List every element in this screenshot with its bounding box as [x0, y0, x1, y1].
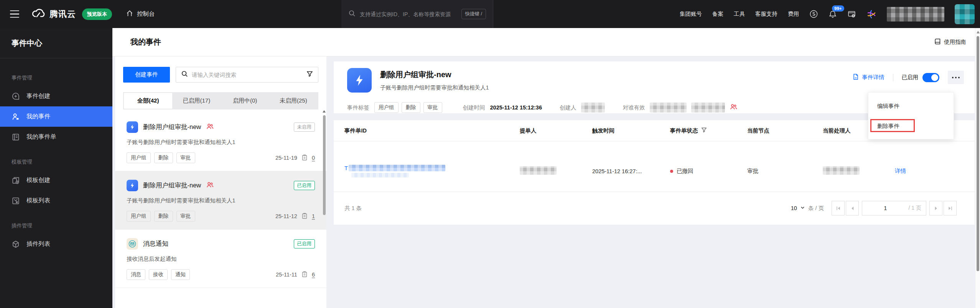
event-tag: 用户组	[127, 152, 151, 163]
ticket-status-cell: 已撤回	[670, 167, 747, 175]
pagination-bar: 共 1 条 10 条 / 页	[334, 192, 975, 224]
current-node-cell: 审批	[747, 167, 823, 175]
ticket-id-cell[interactable]: T	[344, 165, 520, 177]
menu-item-edit-event[interactable]: 编辑事件	[868, 96, 954, 116]
home-icon	[126, 10, 133, 19]
usage-guide-icon	[934, 38, 941, 46]
nav-link-group-account[interactable]: 集团账号	[680, 10, 702, 18]
event-desc: 接收消息后发起通知	[127, 255, 315, 263]
brand-logo[interactable]: 腾讯云	[31, 8, 76, 20]
ai-assistant-icon[interactable]	[866, 9, 876, 19]
filter-funnel-icon[interactable]	[306, 71, 313, 79]
notification-count-badge: 99+	[832, 5, 844, 12]
scrollbar-thumb[interactable]	[977, 36, 979, 271]
nav-link-tools[interactable]: 工具	[734, 10, 745, 18]
enable-toggle[interactable]	[922, 73, 939, 82]
event-tag: 用户组	[127, 211, 151, 222]
tab-enabling[interactable]: 启用中(0)	[221, 93, 269, 109]
keyword-search-box[interactable]	[176, 67, 318, 83]
ticket-id-blurred-line2	[351, 173, 409, 177]
event-list-item[interactable]: 消息通知 已启用 接收消息后发起通知 消息 接收 通知 25-11-11	[115, 230, 326, 288]
first-page-button[interactable]	[832, 201, 845, 215]
list-scrollbar-thumb[interactable]	[323, 115, 326, 215]
last-page-button[interactable]	[944, 201, 957, 215]
message-event-icon	[127, 238, 138, 250]
notification-bell-icon[interactable]: 99+	[828, 10, 837, 18]
event-list-item-selected[interactable]: 删除用户组审批-new 已启用 子账号删除用户组时需要审批和通知相关人1 用户组…	[115, 171, 326, 230]
sidebar-item-label: 模板列表	[26, 197, 50, 205]
nav-link-billing[interactable]: 费用	[788, 10, 799, 18]
detail-controls: 事件详情 已启用	[852, 71, 964, 84]
document-icon	[852, 73, 859, 81]
sidebar-item-template-list[interactable]: 模板列表	[0, 190, 112, 211]
user-icon	[12, 113, 20, 121]
col-ticket-status-label: 事件单状态	[670, 127, 698, 134]
page-input-box[interactable]: 1 / 1 页	[862, 201, 926, 215]
nav-link-icp[interactable]: 备案	[712, 10, 723, 18]
page-header: 我的事件 使用指南	[112, 28, 980, 56]
row-detail-link[interactable]: 详情	[895, 168, 906, 174]
search-icon	[348, 10, 356, 19]
event-title: 消息通知	[143, 240, 168, 248]
nav-link-support[interactable]: 客服支持	[755, 10, 777, 18]
promotion-icon[interactable]	[809, 10, 818, 18]
account-name-blurred[interactable]	[887, 7, 944, 22]
prev-page-button[interactable]	[846, 201, 859, 215]
console-link[interactable]: 控制台	[126, 10, 155, 19]
sidebar-item-plugin-list[interactable]: 插件列表	[0, 234, 112, 254]
ticket-count-link[interactable]: 0	[312, 155, 315, 161]
created-time-value: 2025-11-12 15:12:36	[490, 104, 542, 111]
event-detail-link-label: 事件详情	[862, 74, 884, 81]
page-size-select[interactable]: 10 条 / 页	[791, 205, 824, 212]
content: 创建事件 全部(42) 已启用(17) 启用中(0)	[112, 56, 980, 308]
submitter-cell	[520, 166, 592, 176]
filter-funnel-icon[interactable]	[701, 127, 707, 134]
global-search-input[interactable]	[360, 11, 461, 17]
scroll-up-arrow[interactable]	[977, 31, 980, 33]
tab-all[interactable]: 全部(42)	[124, 93, 172, 109]
detail-titles: 删除用户组审批-new 子账号删除用户组时需要审批和通知相关人1	[380, 70, 489, 91]
lightning-event-icon-large	[347, 68, 372, 93]
tab-disabled[interactable]: 未启用(25)	[269, 93, 318, 109]
tag-label: 事件标签	[347, 104, 369, 111]
sidebar-item-event-create[interactable]: 事件创建	[0, 86, 112, 106]
global-search[interactable]: 快捷键 /	[341, 0, 493, 28]
sidebar-item-my-events[interactable]: 我的事件	[0, 106, 112, 127]
next-page-button[interactable]	[929, 201, 942, 215]
ticket-count-link[interactable]: 6	[312, 272, 315, 278]
event-list-item[interactable]: 删除用户组审批-new 未启用 子账号删除用户组时需要审批和通知相关人1 用户组…	[115, 113, 326, 171]
event-title: 删除用户组审批-new	[143, 181, 201, 190]
tencent-cloud-logo-icon	[31, 8, 45, 20]
event-tag: 接收	[149, 269, 168, 280]
creator-label: 创建人	[560, 104, 576, 111]
event-tag: 通知	[171, 269, 190, 280]
total-count: 共 1 条	[344, 205, 362, 212]
sidebar-item-template-create[interactable]: 模板创建	[0, 170, 112, 190]
list-scrollbar-arrow[interactable]	[323, 110, 326, 113]
nav-right: 集团账号 备案 工具 客服支持 费用 99+	[680, 0, 975, 28]
related-users-icon	[730, 103, 738, 112]
hamburger-menu-icon[interactable]	[10, 10, 19, 18]
ticket-count-link[interactable]: 1	[312, 213, 315, 219]
keyword-search-input[interactable]	[192, 72, 303, 78]
sidebar-title: 事件中心	[0, 28, 112, 58]
col-current-node: 当前节点	[747, 127, 823, 134]
usage-guide-label: 使用指南	[944, 38, 966, 46]
more-actions-button[interactable]	[948, 71, 964, 84]
pager: 1 / 1 页	[832, 201, 957, 215]
tab-enabled[interactable]: 已启用(17)	[172, 93, 221, 109]
top-navbar: 腾讯云 预览版本 控制台 快捷键 / 集团账号 备案 工具 客服支持 费用	[0, 0, 980, 28]
create-event-button[interactable]: 创建事件	[123, 67, 170, 83]
event-date: 25-11-11	[276, 272, 297, 278]
menu-item-delete-event[interactable]: 删除事件	[868, 116, 954, 136]
sidebar-item-my-tickets[interactable]: 我的事件单	[0, 127, 112, 147]
detail-meta-row: 事件标签 用户组 删除 审批 创建时间 2025-11-12 15:12:36 …	[347, 102, 738, 113]
event-detail-link[interactable]: 事件详情	[852, 73, 884, 81]
clipboard-icon	[301, 212, 308, 220]
actions-cell: 详情	[895, 167, 964, 175]
console-settings-icon[interactable]	[847, 10, 856, 18]
usage-guide-link[interactable]: 使用指南	[934, 38, 966, 46]
page-scrollbar[interactable]	[975, 28, 980, 308]
sidebar-group-event-mgmt: 事件管理	[0, 75, 112, 81]
avatar[interactable]	[955, 4, 975, 24]
